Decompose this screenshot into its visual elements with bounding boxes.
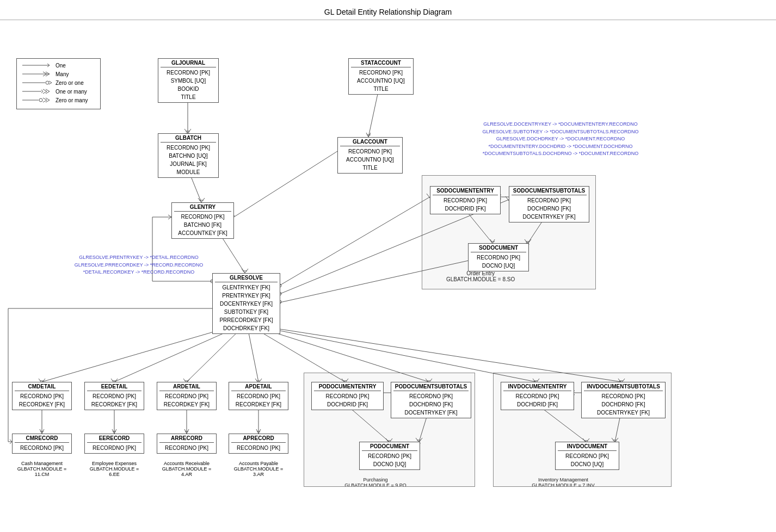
svg-line-93 [114, 429, 116, 434]
entity-aprecord: APRECORD RECORDNO [PK] [229, 434, 288, 454]
entity-sodocument: SODOCUMENT RECORDNO [PK]DOCNO [UQ] [468, 243, 529, 271]
svg-line-7 [201, 198, 205, 202]
legend-many-label: Many [56, 71, 69, 77]
svg-line-62 [248, 327, 258, 382]
sodocument-fields: RECORDNO [PK]DOCNO [UQ] [471, 253, 526, 270]
glresolve-fields: GLENTRYKEY [FK]PRENTRYKEY [FK]DOCENTRYKE… [215, 283, 278, 332]
cm-label: Cash ManagementGLBATCH.MODULE =11.CM [12, 461, 72, 477]
svg-line-16 [368, 133, 371, 137]
entity-podocumentsubtotals: PODOCUMENTSUBTOTALS RECORDNO [PK]DOCHDRN… [391, 382, 471, 418]
invdocumentsubtotals-title: INVDOCUMENTSUBTOTALS [584, 383, 663, 391]
entity-ardetail: ARDETAIL RECORDNO [PK]RECORDKEY [FK] [157, 382, 217, 410]
entity-cmrecord: CMRECORD RECORDNO [PK] [12, 434, 72, 454]
legend-zero-many-label: Zero or many [56, 97, 88, 103]
svg-line-52 [114, 327, 237, 382]
annotation-top-right: GLRESOLVE.DOCENTRYKEY -> *DOCUMENTENTERY… [446, 121, 675, 158]
entity-eedetail: EEDETAIL RECORDNO [PK]RECORDKEY [FK] [84, 382, 144, 410]
svg-line-20 [245, 269, 248, 273]
glbatch-fields: RECORDNO [PK]BATCHNO [UQ]JOURNAL [FK]MOD… [161, 144, 216, 176]
entity-invdocumentsubtotals: INVDOCUMENTSUBTOTALS RECORDNO [PK]DOCHDR… [581, 382, 666, 418]
entity-stataccount: STATACCOUNT RECORDNO [PK]ACCOUNTNO [UQ]T… [348, 58, 414, 95]
aprecord-fields: RECORDNO [PK] [231, 444, 286, 452]
entity-apdetail: APDETAIL RECORDNO [PK]RECORDKEY [FK] [229, 382, 288, 410]
svg-line-100 [256, 429, 258, 434]
podocumentsubtotals-fields: RECORDNO [PK]DOCHDRNO [FK]DOCENTRYKEY [F… [393, 392, 469, 417]
entity-arrecord: ARRECORD RECORDNO [PK] [157, 434, 217, 454]
sodocumententry-fields: RECORDNO [PK]DOCHDRID [FK] [433, 196, 498, 213]
legend-one-many-label: One or many [56, 89, 87, 95]
invdocument-title: INVDOCUMENT [558, 443, 617, 451]
svg-line-151 [41, 90, 43, 91]
svg-point-147 [46, 81, 49, 84]
legend-zero-one-label: Zero or one [56, 80, 84, 86]
eerecord-fields: RECORDNO [PK] [87, 444, 141, 452]
entity-sodocumentsubtotals: SODOCUMENTSUBTOTALS RECORDNO [PK]DOCHDRN… [509, 186, 589, 222]
arrecord-title: ARRECORD [159, 435, 214, 443]
apdetail-fields: RECORDNO [PK]RECORDKEY [FK] [231, 392, 286, 409]
svg-line-15 [366, 133, 368, 137]
entity-invdocumententry: INVDOCUMENTENTRY RECORDNO [PK]DOCHDRID [… [501, 382, 574, 410]
podocument-title: PODOCUMENT [362, 443, 417, 451]
glresolve-title: GLRESOLVE [215, 275, 278, 282]
glentry-fields: RECORDNO [PK]BATCHNO [FK]ACCOUNTKEY [FK] [174, 213, 231, 237]
apdetail-title: APDETAIL [231, 383, 286, 391]
svg-line-47 [42, 327, 229, 382]
aprecord-title: APRECORD [231, 435, 286, 443]
entity-glresolve: GLRESOLVE GLENTRYKEY [FK]PRENTRYKEY [FK]… [212, 273, 280, 334]
eedetail-fields: RECORDNO [PK]RECORDKEY [FK] [87, 392, 141, 409]
podocumententry-title: PODOCUMENTENTRY [314, 383, 381, 391]
svg-line-92 [112, 429, 114, 434]
glbatch-title: GLBATCH [161, 135, 216, 143]
svg-line-97 [187, 429, 189, 434]
cmrecord-title: CMRECORD [15, 435, 69, 443]
svg-line-23 [278, 197, 430, 287]
entity-glbatch: GLBATCH RECORDNO [PK]BATCHNO [UQ]JOURNAL… [158, 133, 219, 178]
entity-sodocumententry: SODOCUMENTENTRY RECORDNO [PK]DOCHDRID [F… [430, 186, 501, 214]
ee-label: Employee ExpensesGLBATCH.MODULE =6.EE [84, 461, 144, 477]
entity-glaccount: GLACCOUNT RECORDNO [PK]ACCOUNTNO [UQ]TIT… [337, 137, 403, 174]
svg-line-2 [184, 129, 188, 133]
svg-line-101 [258, 429, 261, 434]
svg-line-148 [49, 81, 52, 83]
entity-eerecord: EERECORD RECORDNO [PK] [84, 434, 144, 454]
ardetail-title: ARDETAIL [159, 383, 214, 391]
svg-point-158 [39, 98, 42, 102]
svg-line-88 [40, 429, 42, 434]
diagram-container: One Many Zero or one One or many Zero or… [0, 20, 776, 531]
glentry-title: GLENTRY [174, 204, 231, 212]
cmrecord-fields: RECORDNO [PK] [15, 444, 69, 452]
invdocument-fields: RECORDNO [PK]DOCNO [UQ] [558, 452, 617, 468]
sodocumentsubtotals-title: SODOCUMENTSUBTOTALS [512, 188, 587, 195]
podocumententry-fields: RECORDNO [PK]DOCHDRID [FK] [314, 392, 381, 409]
svg-line-10 [231, 151, 337, 219]
ap-label: Accounts PayableGLBATCH.MODULE =3.AR [229, 461, 288, 477]
svg-line-3 [188, 129, 191, 133]
annotation-mid-left: GLRESOLVE.PRENTRYKEY -> *DETAIL.RECORDNO… [63, 254, 215, 276]
eerecord-title: EERECORD [87, 435, 141, 443]
ar-label: Accounts ReceivableGLBATCH.MODULE =4.AR [157, 461, 217, 477]
invdocumentsubtotals-fields: RECORDNO [PK]DOCHDRNO [FK]DOCENTRYKEY [F… [584, 392, 663, 417]
stataccount-title: STATACCOUNT [351, 60, 411, 67]
entity-invdocument: INVDOCUMENT RECORDNO [PK]DOCNO [UQ] [555, 442, 619, 470]
invdocumententry-title: INVDOCUMENTENTRY [503, 383, 571, 391]
legend-one-label: One [56, 63, 66, 69]
sodocumententry-title: SODOCUMENTENTRY [433, 188, 498, 195]
entity-cmdetail: CMDETAIL RECORDNO [PK]RECORDKEY [FK] [12, 382, 72, 410]
svg-line-6 [198, 198, 201, 202]
entity-glentry: GLENTRY RECORDNO [PK]BATCHNO [FK]ACCOUNT… [171, 202, 234, 239]
podocumentsubtotals-title: PODOCUMENTSUBTOTALS [393, 383, 469, 391]
svg-line-89 [42, 429, 44, 434]
ardetail-fields: RECORDNO [PK]RECORDKEY [FK] [159, 392, 214, 409]
entity-podocumententry: PODOCUMENTENTRY RECORDNO [PK]DOCHDRID [F… [311, 382, 384, 410]
glaccount-fields: RECORDNO [PK]ACCOUNTNO [UQ]TITLE [340, 147, 400, 172]
sodocument-title: SODOCUMENT [471, 245, 526, 252]
gljournal-title: GLJOURNAL [161, 60, 216, 67]
cmdetail-title: CMDETAIL [15, 383, 69, 391]
legend: One Many Zero or one One or many Zero or… [16, 58, 101, 109]
svg-line-96 [184, 429, 187, 434]
eedetail-title: EEDETAIL [87, 383, 141, 391]
glaccount-title: GLACCOUNT [340, 139, 400, 146]
svg-line-152 [41, 91, 43, 93]
podocument-fields: RECORDNO [PK]DOCNO [UQ] [362, 452, 417, 468]
gljournal-fields: RECORDNO [PK]SYMBOL [UQ]BOOKIDTITLE [161, 69, 216, 101]
